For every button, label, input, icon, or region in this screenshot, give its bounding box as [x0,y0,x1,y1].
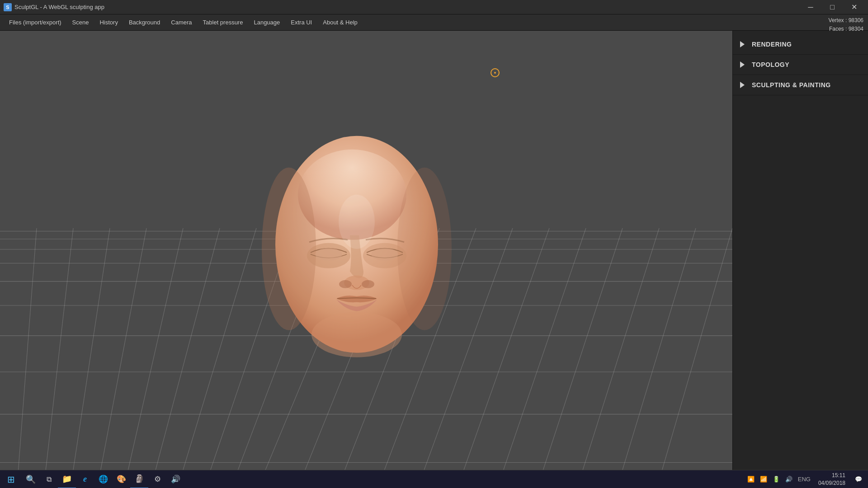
vertex-value: 98306 [849,17,863,23]
svg-line-16 [543,228,623,470]
titlebar: S SculptGL - A WebGL sculpting app ─ □ ✕ [0,0,868,14]
svg-point-41 [311,312,402,357]
menu-background[interactable]: Background [123,16,165,28]
svg-line-4 [128,228,184,470]
rendering-label: RENDERING [752,41,792,48]
sculpting-arrow [740,82,745,88]
svg-point-39 [339,280,352,288]
sculptgl-button[interactable]: 🗿 [130,470,148,488]
svg-line-0 [19,228,37,470]
menu-tablet-pressure[interactable]: Tablet pressure [198,16,249,28]
menu-language[interactable]: Language [248,16,285,28]
search-button[interactable]: 🔍 [22,470,40,488]
faces-value: 98304 [849,26,863,32]
taskbar-right: 🔼 📶 🔋 🔊 15:11 ENG 15:11 04/09/2018 💬 [746,470,868,488]
vertex-label: Vertex [829,17,844,23]
maximize-button[interactable]: □ [822,0,843,14]
right-panel: RENDERING TOPOLOGY SCULPTING & PAINTING [732,31,868,470]
notification-button[interactable]: 💬 [852,470,865,488]
3d-face-model [262,122,452,389]
menu-extra-ui[interactable]: Extra UI [285,16,317,28]
volume-icon[interactable]: 🔊 [784,476,794,483]
main-content: RENDERING TOPOLOGY SCULPTING & PAINTING [0,31,868,470]
menu-history[interactable]: History [94,16,123,28]
file-explorer-button[interactable]: 📁 [58,470,76,488]
cursor-indicator [491,68,500,77]
close-button[interactable]: ✕ [844,0,864,14]
rendering-arrow [740,41,745,47]
stats-display: Vertex : 98306 Faces : 98304 [824,14,868,35]
minimize-button[interactable]: ─ [800,0,821,14]
svg-point-42 [339,195,375,249]
menu-scene[interactable]: Scene [67,16,94,28]
battery-icon[interactable]: 🔋 [771,476,781,483]
edge-browser-button[interactable]: e [76,470,94,488]
faces-label: Faces [829,26,844,32]
svg-line-2 [73,228,110,470]
start-button[interactable]: ⊞ [0,470,22,488]
extra-button2[interactable]: 🔊 [166,470,184,488]
sculpting-painting-section[interactable]: SCULPTING & PAINTING [733,75,868,95]
svg-point-40 [362,280,374,288]
titlebar-left: S SculptGL - A WebGL sculpting app [4,3,104,11]
menu-about-help[interactable]: About & Help [317,16,363,28]
system-clock[interactable]: 15:11 04/09/2018 [815,472,849,487]
window-title: SculptGL - A WebGL sculpting app [14,4,104,10]
svg-line-6 [183,228,256,470]
svg-line-17 [583,228,659,470]
task-view-button[interactable]: ⧉ [40,470,58,488]
svg-point-33 [397,168,452,330]
menu-files[interactable]: Files (import/export) [4,16,67,28]
eng-label: ENG [797,476,812,483]
app-icon: S [4,3,12,11]
svg-point-36 [315,248,342,261]
svg-line-19 [662,228,732,470]
faces-stat: Faces : 98304 [829,25,863,33]
taskbar: ⊞ 🔍 ⧉ 📁 e 🌐 🎨 🗿 ⚙ 🔊 🔼 📶 🔋 🔊 15:11 ENG 15… [0,470,868,488]
svg-line-3 [101,228,146,470]
svg-line-5 [156,228,220,470]
chevron-up-icon[interactable]: 🔼 [746,476,756,483]
network-icon[interactable]: 📶 [759,476,769,483]
topology-section[interactable]: TOPOLOGY [733,55,868,75]
window-controls[interactable]: ─ □ ✕ [800,0,864,14]
rendering-section[interactable]: RENDERING [733,34,868,55]
sculpting-painting-label: SCULPTING & PAINTING [752,81,831,89]
svg-point-32 [262,168,316,330]
vertex-stat: Vertex : 98306 [829,16,863,25]
extra-button1[interactable]: ⚙ [148,470,166,488]
svg-line-14 [464,228,549,470]
menu-camera[interactable]: Camera [165,16,197,28]
clock-date: 04/09/2018 [818,479,845,487]
topology-label: TOPOLOGY [752,61,789,68]
svg-line-1 [46,228,73,470]
chrome-button[interactable]: 🌐 [94,470,112,488]
svg-point-37 [371,248,398,261]
paint-button[interactable]: 🎨 [112,470,130,488]
3d-viewport[interactable] [0,31,732,470]
topology-arrow [740,61,745,68]
svg-line-18 [623,228,696,470]
clock-time: 15:11 [818,472,845,479]
svg-line-15 [504,228,586,470]
menubar: Files (import/export) Scene History Back… [0,14,868,31]
